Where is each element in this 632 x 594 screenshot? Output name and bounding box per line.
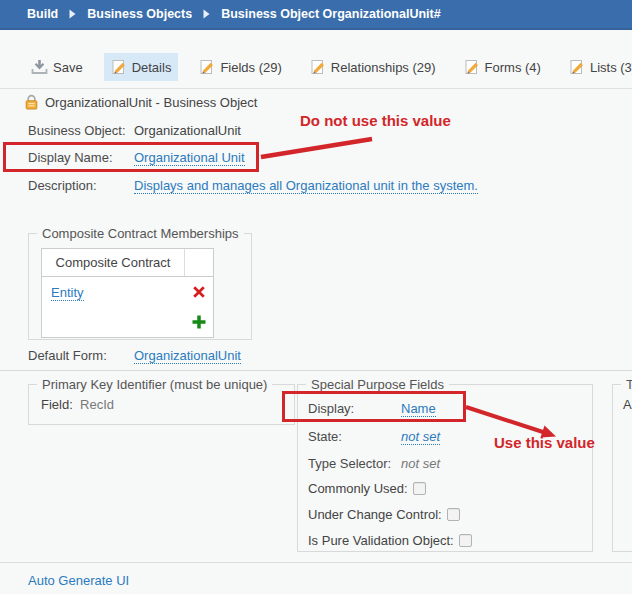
is-pure-validation-row: Is Pure Validation Object: — [308, 533, 472, 548]
tab-label: Details — [132, 60, 172, 75]
under-change-control-row: Under Change Control: — [308, 507, 460, 522]
composite-contract-legend: Composite Contract Memberships — [37, 226, 244, 241]
delete-x-icon[interactable] — [185, 285, 213, 299]
annotation-box-display-name — [3, 142, 259, 172]
description-row: Description:Displays and manages all Org… — [28, 178, 478, 193]
save-button[interactable]: Save — [24, 53, 90, 81]
tab-relationships[interactable]: Relationships (29) — [303, 53, 443, 81]
lock-icon — [24, 94, 39, 110]
composite-contract-table-header: Composite Contract — [42, 249, 213, 277]
footer-divider — [0, 562, 632, 563]
under-change-control-label: Under Change Control: — [308, 507, 442, 522]
primary-key-fieldset: Primary Key Identifier (must be unique) … — [28, 384, 295, 425]
breadcrumb-build[interactable]: Build — [27, 7, 58, 21]
table-row-add — [42, 307, 213, 337]
chevron-right-icon — [203, 9, 210, 19]
type-selector-row: Type Selector:not set — [308, 456, 440, 471]
save-download-icon — [31, 59, 48, 75]
tab-fields[interactable]: Fields (29) — [192, 53, 288, 81]
toolbar: Save Details Fields (29) — [24, 52, 632, 82]
composite-contract-table: Composite Contract Entity — [41, 248, 214, 338]
tab-label: Fields (29) — [220, 60, 281, 75]
save-label: Save — [53, 60, 83, 75]
state-field-label: State: — [308, 429, 401, 444]
composite-contract-column-header: Composite Contract — [42, 249, 185, 276]
clipped-fieldset-legend: Tra — [621, 377, 632, 392]
business-object-row: Business Object:OrganizationalUnit — [28, 123, 241, 138]
annotation-use-this: Use this value — [494, 434, 595, 451]
annotation-box-display-field — [282, 391, 466, 422]
breadcrumb-current-page: Business Object OrganizationalUnit# — [221, 7, 441, 21]
commonly-used-label: Commonly Used: — [308, 481, 408, 496]
tab-forms[interactable]: Forms (4) — [457, 53, 548, 81]
tab-lists[interactable]: Lists (3) — [562, 53, 632, 81]
clipped-fieldset-content: Aud — [623, 397, 632, 412]
under-change-control-checkbox[interactable] — [447, 508, 460, 521]
edit-pencil-icon — [310, 59, 326, 75]
description-value-link[interactable]: Displays and manages all Organizational … — [134, 178, 478, 194]
primary-key-legend: Primary Key Identifier (must be unique) — [37, 377, 272, 392]
object-header: OrganizationalUnit - Business Object — [24, 94, 257, 110]
commonly-used-row: Commonly Used: — [308, 481, 426, 496]
toolbar-divider — [0, 88, 632, 89]
section-divider — [0, 370, 632, 371]
default-form-label: Default Form: — [28, 348, 134, 363]
is-pure-validation-checkbox[interactable] — [459, 534, 472, 547]
default-form-row: Default Form:OrganizationalUnit — [28, 348, 241, 363]
edit-pencil-icon — [569, 59, 585, 75]
breadcrumb: Build Business Objects Business Object O… — [0, 0, 632, 30]
field-label: Field: — [41, 397, 73, 412]
edit-pencil-icon — [464, 59, 480, 75]
is-pure-validation-label: Is Pure Validation Object: — [308, 533, 454, 548]
add-plus-icon[interactable] — [185, 314, 213, 330]
tab-label: Lists (3) — [590, 60, 632, 75]
default-form-value-link[interactable]: OrganizationalUnit — [134, 348, 241, 364]
primary-key-field-row: Field: RecId — [41, 397, 114, 412]
chevron-right-icon — [69, 9, 76, 19]
commonly-used-checkbox[interactable] — [413, 482, 426, 495]
field-value: RecId — [80, 397, 114, 412]
business-object-details-page: Build Business Objects Business Object O… — [0, 0, 632, 594]
type-selector-label: Type Selector: — [308, 456, 401, 471]
business-object-label: Business Object: — [28, 123, 134, 138]
tab-label: Relationships (29) — [331, 60, 436, 75]
clipped-right-fieldset: Tra Aud — [612, 384, 632, 552]
state-field-value-link[interactable]: not set — [401, 429, 440, 445]
annotation-do-not-use: Do not use this value — [300, 112, 451, 129]
edit-pencil-icon — [199, 59, 215, 75]
edit-pencil-icon — [111, 59, 127, 75]
entity-link[interactable]: Entity — [51, 285, 84, 301]
state-field-row: State:not set — [308, 429, 440, 444]
type-selector-value: not set — [401, 456, 440, 471]
composite-contract-fieldset: Composite Contract Memberships Composite… — [28, 233, 252, 340]
object-title: OrganizationalUnit - Business Object — [45, 95, 257, 110]
tab-details[interactable]: Details — [104, 53, 179, 81]
description-label: Description: — [28, 178, 134, 193]
breadcrumb-business-objects[interactable]: Business Objects — [87, 7, 192, 21]
auto-generate-ui-link[interactable]: Auto Generate UI — [28, 573, 129, 588]
special-purpose-legend: Special Purpose Fields — [306, 377, 449, 392]
tab-label: Forms (4) — [485, 60, 541, 75]
business-object-value: OrganizationalUnit — [134, 123, 241, 138]
table-row: Entity — [42, 277, 213, 307]
